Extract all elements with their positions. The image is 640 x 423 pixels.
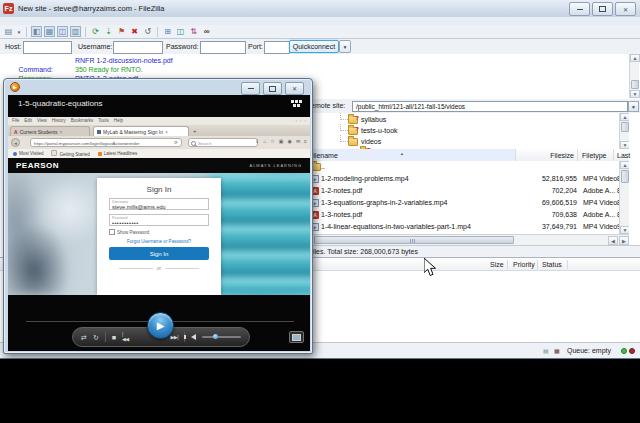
tree-item-syllabus[interactable]: ? syllabus bbox=[348, 114, 386, 125]
reconnect-icon[interactable]: ↺ bbox=[142, 26, 153, 37]
tree-scrollbar[interactable]: ▲ ▼ bbox=[619, 113, 629, 149]
blurred-photo-right bbox=[210, 173, 310, 295]
quickconnect-dropdown-icon[interactable]: ▼ bbox=[339, 40, 351, 53]
browser-search-box: Search bbox=[188, 138, 258, 147]
file-row[interactable]: A 1-3-notes.pdf 709,638 Adobe A... 8/31 bbox=[304, 209, 629, 221]
previous-icon[interactable]: |◀◀ bbox=[122, 332, 129, 342]
refresh-icon[interactable]: ⟳ bbox=[90, 26, 101, 37]
tab-mylab-signin: MyLab & Mastering Sign In × bbox=[93, 126, 189, 136]
remote-tree: ? syllabus ? tests-u-took videos ? ▲ ▼ bbox=[304, 113, 629, 149]
bookmark-folder-icon bbox=[51, 150, 57, 156]
cancel-icon[interactable]: ⚑ bbox=[116, 26, 127, 37]
player-minimize-button[interactable] bbox=[241, 82, 260, 95]
scroll-right-icon[interactable]: ▶ bbox=[619, 236, 629, 245]
folder-icon: ? bbox=[348, 116, 358, 124]
or-divider: or bbox=[97, 266, 221, 271]
quickconnect-button[interactable]: Quickconnect bbox=[289, 40, 339, 53]
menu-bar bbox=[0, 17, 640, 25]
remote-path-combo[interactable]: /public_html/121-all/121-fall-15/videos bbox=[352, 101, 628, 112]
toggle-queue-icon[interactable]: ▥ bbox=[70, 26, 81, 37]
site-manager-icon[interactable]: ▤ bbox=[3, 26, 14, 37]
disconnect-icon[interactable]: ✖ bbox=[129, 26, 140, 37]
password-input[interactable] bbox=[200, 41, 246, 54]
next-icon[interactable]: ▶▶| bbox=[171, 335, 179, 340]
title-bar[interactable]: Fz New site - steve@harryzaims.com - Fil… bbox=[0, 0, 640, 18]
pearson-header: PEARSON ALWAYS LEARNING bbox=[8, 158, 310, 173]
bookmark-star-icon: ☆ bbox=[270, 138, 274, 144]
window-title: New site - steve@harryzaims.com - FileZi… bbox=[18, 4, 164, 13]
volume-slider[interactable] bbox=[202, 336, 241, 338]
scroll-down-icon[interactable]: ▼ bbox=[630, 90, 640, 98]
host-input[interactable] bbox=[23, 41, 72, 54]
host-label: Host: bbox=[5, 43, 21, 50]
shuffle-icon[interactable]: ⇄ bbox=[81, 334, 87, 341]
folder-icon bbox=[348, 138, 358, 146]
log-scrollbar[interactable]: ▲ ▼ bbox=[629, 54, 639, 98]
port-input[interactable] bbox=[264, 41, 290, 54]
toggle-log-icon[interactable]: ◧ bbox=[31, 26, 42, 37]
remote-path-dropdown-icon[interactable]: ▼ bbox=[628, 101, 639, 112]
browser-window-controls-icon: ▫ ▫ ▫ bbox=[296, 118, 307, 123]
close-button[interactable]: ✕ bbox=[615, 2, 636, 16]
scroll-up-icon[interactable]: ▲ bbox=[620, 113, 629, 121]
file-list: .. ▸ 1-2-modeling-problems.mp4 52,816,95… bbox=[304, 161, 629, 234]
volume-thumb[interactable] bbox=[213, 334, 218, 339]
compare-icon[interactable]: ◫ bbox=[175, 26, 186, 37]
column-filetype[interactable]: Filetype bbox=[578, 149, 614, 161]
show-password-row: Show Password bbox=[109, 229, 221, 235]
url-bar: https://portal.mypearson.com/login/logou… bbox=[30, 138, 182, 147]
scroll-down-icon[interactable]: ▼ bbox=[620, 141, 629, 149]
queue-column-status[interactable]: Status bbox=[542, 261, 562, 268]
playlist-grid-icon[interactable] bbox=[291, 100, 302, 108]
player-restore-button[interactable] bbox=[263, 82, 282, 95]
video-browser-frame: FileEdit ViewHistory BookmarksTools Help… bbox=[8, 117, 310, 295]
quickconnect-bar: Host: Username: Password: Port: Quickcon… bbox=[0, 39, 640, 55]
site-manager-dropdown-icon[interactable]: ▾ bbox=[16, 26, 22, 37]
toggle-local-tree-icon[interactable]: ▦ bbox=[44, 26, 55, 37]
file-list-hscrollbar[interactable]: ◀ ▶ bbox=[304, 234, 629, 245]
toolbar: ▤ ▾ ◧ ▦ ◫ ▥ ⟳ ⇣ ⚑ ✖ ↺ ⊞ ◫ ⇅ ∞ bbox=[0, 25, 640, 39]
shield-icon: ◉ bbox=[288, 138, 292, 144]
player-close-button[interactable]: ✕ bbox=[285, 82, 304, 95]
file-row[interactable]: ▸ 1-4-linear-equations-in-two-variables-… bbox=[304, 221, 629, 233]
tree-item-tests-u-took[interactable]: ? tests-u-took bbox=[348, 125, 398, 136]
file-row-parent[interactable]: .. bbox=[304, 161, 629, 173]
column-last-modified[interactable]: Last bbox=[614, 149, 629, 161]
file-row[interactable]: ▸ 1-2-modeling-problems.mp4 52,816,955 M… bbox=[304, 173, 629, 185]
scroll-up-icon[interactable]: ▲ bbox=[620, 161, 629, 169]
speed-limit-icon[interactable]: ▦ bbox=[554, 347, 560, 354]
column-filesize[interactable]: Filesize bbox=[516, 149, 578, 161]
repeat-icon[interactable]: ↻ bbox=[93, 334, 99, 341]
minimize-button[interactable] bbox=[569, 2, 590, 16]
switch-view-button[interactable] bbox=[289, 331, 304, 343]
volume-icon[interactable] bbox=[191, 334, 196, 340]
globe-icon bbox=[13, 152, 17, 156]
queue-column-priority[interactable]: Priority bbox=[513, 261, 535, 268]
find-icon[interactable]: ∞ bbox=[201, 26, 212, 37]
browser-nav-bar: ◂ https://portal.mypearson.com/login/log… bbox=[8, 136, 310, 149]
username-input[interactable] bbox=[113, 41, 163, 54]
file-row[interactable]: A 1-2-notes.pdf 702,204 Adobe A... 8/31 bbox=[304, 185, 629, 197]
sync-browsing-icon[interactable]: ⇅ bbox=[188, 26, 199, 37]
scroll-down-icon[interactable]: ▼ bbox=[620, 226, 629, 234]
play-button[interactable]: ▶ bbox=[147, 312, 174, 339]
stop-icon[interactable]: ■ bbox=[112, 334, 116, 341]
file-list-scrollbar[interactable]: ▲ ▼ bbox=[619, 161, 629, 234]
media-player-window: ▶ ✕ 1-5-quadratic-equations FileEdit Vie… bbox=[3, 78, 313, 354]
column-filename[interactable]: Filename ▲ bbox=[304, 149, 516, 161]
restore-button[interactable] bbox=[592, 2, 613, 16]
process-queue-icon[interactable]: ⇣ bbox=[103, 26, 114, 37]
player-title-bar[interactable]: ▶ ✕ bbox=[4, 79, 312, 95]
queue-column-size[interactable]: Size bbox=[490, 261, 504, 268]
scroll-up-icon[interactable]: ▲ bbox=[630, 54, 640, 62]
home-icon: ⌂ bbox=[263, 138, 266, 144]
scroll-left-icon[interactable]: ◀ bbox=[608, 236, 618, 245]
back-icon: ◂ bbox=[11, 138, 20, 147]
filter-icon[interactable]: ⊞ bbox=[162, 26, 173, 37]
file-row[interactable]: ▸ 1-3-equations-graphs-in-2-variables.mp… bbox=[304, 197, 629, 209]
toggle-remote-tree-icon[interactable]: ◫ bbox=[57, 26, 68, 37]
new-tab-icon: + bbox=[193, 128, 197, 134]
browser-toolbar-icons: ⇓⌂ ☆▣ ◉✉ ≡ bbox=[255, 138, 307, 144]
pearson-logo: PEARSON bbox=[16, 161, 59, 170]
mouse-cursor-icon bbox=[424, 258, 437, 277]
